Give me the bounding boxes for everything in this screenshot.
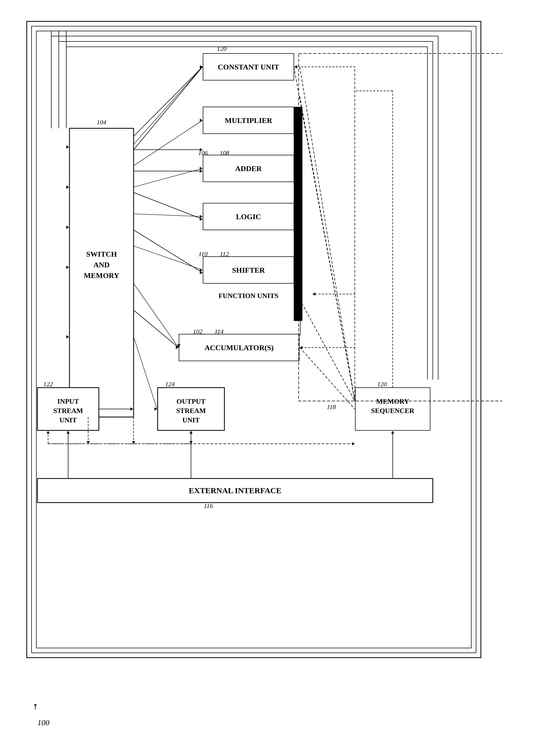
svg-line-107 (294, 67, 355, 401)
svg-line-48 (134, 67, 203, 144)
svg-text:106: 106 (198, 149, 208, 156)
svg-text:MULTIPLIER: MULTIPLIER (225, 116, 273, 125)
svg-line-47 (134, 67, 203, 150)
svg-marker-51 (200, 119, 203, 122)
diagram-svg: SWITCH AND MEMORY CONSTANT UNIT MULTIPLI… (21, 16, 502, 684)
svg-line-56 (134, 246, 203, 270)
svg-marker-49 (200, 65, 203, 68)
svg-rect-7 (203, 53, 294, 80)
svg-text:ACCUMULATOR(S): ACCUMULATOR(S) (205, 344, 274, 352)
svg-marker-90 (190, 441, 193, 444)
svg-text:INPUT: INPUT (57, 398, 79, 405)
svg-text:MEMORY: MEMORY (376, 398, 409, 405)
svg-marker-59 (176, 346, 179, 349)
svg-text:STREAM: STREAM (176, 407, 206, 415)
svg-rect-12 (203, 155, 294, 182)
svg-marker-53 (200, 167, 203, 170)
svg-rect-11 (294, 107, 299, 321)
svg-marker-122 (200, 148, 203, 151)
svg-line-52 (134, 168, 203, 187)
svg-marker-96 (66, 226, 69, 229)
svg-text:112: 112 (220, 250, 229, 257)
svg-marker-126 (200, 218, 203, 221)
diagram-number-arrow: ↗ (30, 701, 41, 712)
svg-marker-115 (312, 292, 315, 296)
svg-text:104: 104 (97, 119, 106, 126)
svg-marker-92 (66, 145, 69, 149)
svg-text:110: 110 (199, 250, 208, 257)
svg-marker-117 (300, 346, 302, 349)
svg-line-127 (134, 230, 203, 273)
svg-rect-1 (32, 26, 476, 653)
svg-text:UNIT: UNIT (59, 416, 77, 424)
svg-marker-80 (190, 431, 193, 434)
svg-marker-98 (66, 266, 69, 269)
svg-rect-110 (299, 53, 502, 401)
svg-marker-124 (200, 169, 203, 173)
diagram-number: 100 (37, 718, 49, 727)
svg-rect-2 (36, 31, 471, 648)
svg-marker-88 (132, 441, 135, 444)
svg-line-60 (134, 337, 157, 409)
svg-text:LOGIC: LOGIC (236, 213, 261, 221)
svg-marker-78 (67, 431, 70, 434)
svg-text:MEMORY: MEMORY (84, 271, 119, 280)
svg-text:SWITCH: SWITCH (86, 250, 117, 258)
svg-rect-19 (179, 334, 299, 361)
svg-text:SHIFTER: SHIFTER (232, 266, 265, 274)
svg-line-125 (134, 192, 203, 219)
svg-marker-84 (130, 407, 133, 411)
svg-text:OUTPUT: OUTPUT (177, 398, 206, 405)
svg-text:EXTERNAL INTERFACE: EXTERNAL INTERFACE (189, 486, 281, 495)
svg-line-50 (134, 120, 203, 166)
svg-line-54 (134, 214, 203, 217)
svg-text:SEQUENCER: SEQUENCER (371, 407, 414, 415)
svg-text:FUNCTION UNITS: FUNCTION UNITS (219, 292, 278, 300)
svg-rect-29 (355, 388, 430, 430)
svg-line-72 (300, 299, 355, 401)
svg-text:120: 120 (217, 45, 227, 52)
svg-rect-14 (203, 203, 294, 230)
svg-rect-105 (298, 107, 302, 321)
svg-text:120: 120 (377, 381, 387, 388)
svg-text:UNIT: UNIT (182, 416, 200, 424)
svg-marker-109 (294, 65, 297, 68)
svg-marker-120 (47, 431, 50, 434)
svg-text:108: 108 (220, 149, 229, 156)
svg-marker-130 (177, 344, 181, 348)
svg-text:ADDER: ADDER (235, 164, 262, 173)
svg-text:122: 122 (43, 381, 53, 388)
svg-rect-32 (37, 479, 433, 503)
svg-marker-61 (155, 407, 157, 411)
svg-marker-128 (200, 271, 203, 274)
svg-line-58 (134, 283, 179, 348)
svg-marker-113 (294, 65, 297, 68)
diagram-container: SWITCH AND MEMORY CONSTANT UNIT MULTIPLI… (21, 16, 524, 738)
svg-line-131 (134, 67, 203, 136)
svg-rect-9 (203, 107, 294, 134)
svg-text:118: 118 (327, 403, 336, 410)
svg-text:AND: AND (94, 261, 110, 269)
svg-line-73 (300, 348, 355, 409)
svg-line-71 (300, 96, 355, 401)
svg-text:102: 102 (193, 328, 203, 335)
diagram-number-label: 100 (37, 718, 49, 727)
svg-text:STREAM: STREAM (53, 407, 83, 415)
svg-text:CONSTANT UNIT: CONSTANT UNIT (218, 63, 279, 71)
svg-marker-132 (200, 66, 203, 70)
svg-marker-100 (66, 335, 69, 338)
svg-line-74 (300, 67, 355, 401)
svg-marker-76 (352, 442, 355, 445)
svg-marker-57 (200, 268, 203, 272)
svg-rect-3 (70, 128, 134, 417)
svg-line-129 (134, 310, 179, 348)
svg-text:116: 116 (204, 502, 213, 509)
svg-rect-0 (27, 21, 481, 658)
svg-text:124: 124 (165, 381, 175, 388)
svg-rect-21 (37, 388, 99, 430)
svg-marker-87 (87, 441, 90, 444)
svg-marker-55 (200, 215, 203, 218)
svg-text:114: 114 (215, 328, 224, 335)
svg-marker-94 (66, 186, 69, 189)
svg-rect-25 (158, 388, 225, 430)
